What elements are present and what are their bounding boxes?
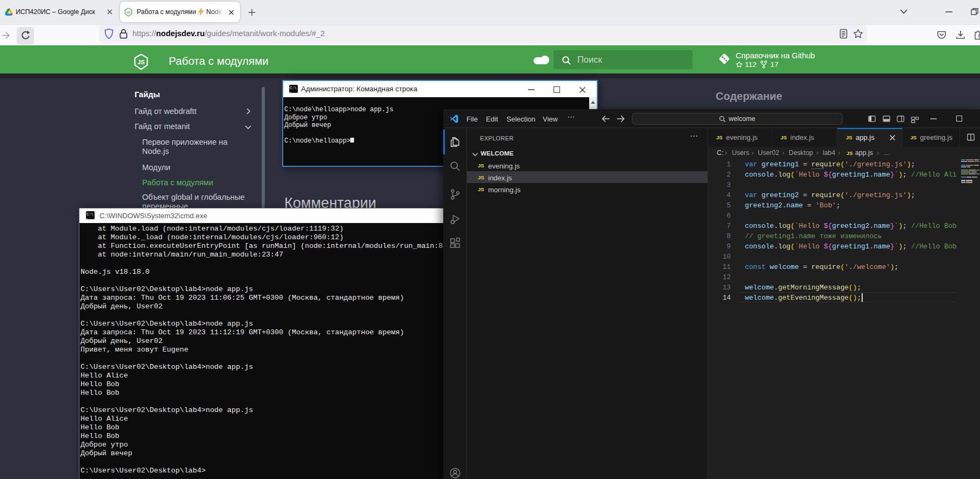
svg-text:JS: JS (126, 10, 130, 14)
svg-text:JS: JS (137, 59, 144, 65)
